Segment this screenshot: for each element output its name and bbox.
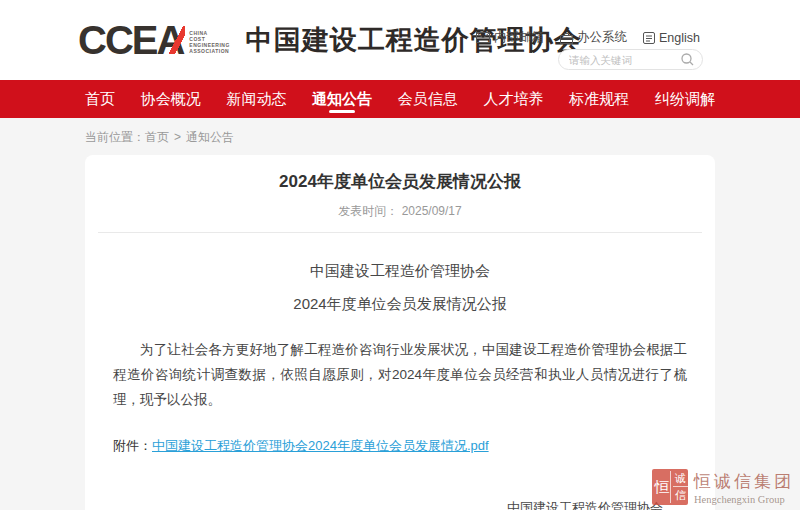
logo-subtext: CHINA COST ENGINEERING ASSOCIATION — [189, 30, 230, 54]
attachment-label: 附件： — [113, 438, 152, 453]
quick-link-label: English — [659, 31, 700, 45]
publish-time-value: 2025/09/17 — [402, 204, 462, 218]
signature-block: 中国建设工程造价管理协会 2025年9月17日 — [507, 495, 663, 510]
site-header: CCEA CHINA COST ENGINEERING ASSOCIATION … — [0, 0, 800, 80]
book-icon — [643, 32, 655, 44]
article-paragraph: 为了让社会各方更好地了解工程造价咨询行业发展状况，中国建设工程造价管理协会根据工… — [113, 337, 687, 412]
watermark-name-en: Hengchengxin Group — [694, 494, 794, 505]
quick-link-label: 内部邮箱 — [494, 29, 544, 46]
title-divider — [98, 232, 702, 233]
publish-time: 发表时间： 2025/09/17 — [85, 203, 715, 220]
document-heading-line2: 2024年度单位会员发展情况公报 — [113, 295, 687, 314]
article-card: 2024年度单位会员发展情况公报 发表时间： 2025/09/17 中国建设工程… — [85, 155, 715, 510]
nav-item-disputes[interactable]: 纠纷调解 — [655, 80, 715, 118]
seal-char: 恒 — [654, 471, 671, 503]
search-box — [558, 49, 703, 70]
nav-item-home[interactable]: 首页 — [85, 80, 115, 118]
watermark-text: 恒诚信集团 Hengchengxin Group — [694, 470, 794, 505]
nav-item-standards[interactable]: 标准规程 — [569, 80, 629, 118]
link-internal-mail[interactable]: 内部邮箱 — [476, 29, 544, 46]
seal-char: 诚 — [673, 471, 688, 487]
link-office-system[interactable]: 办公系统 — [560, 29, 627, 46]
logo-acronym-text: CCEA — [78, 18, 183, 62]
breadcrumb-prefix: 当前位置： — [85, 130, 145, 144]
nav-item-members[interactable]: 会员信息 — [398, 80, 458, 118]
site-watermark: 恒 诚 信 恒诚信集团 Hengchengxin Group — [652, 469, 794, 505]
breadcrumb-home-link[interactable]: 首页 — [145, 130, 169, 144]
header-quick-links: 内部邮箱 办公系统 English — [476, 29, 700, 46]
main-nav: 首页 协会概况 新闻动态 通知公告 会员信息 人才培养 标准规程 纠纷调解 — [0, 80, 800, 118]
link-english[interactable]: English — [643, 29, 700, 46]
breadcrumb-separator: > — [174, 130, 181, 144]
nav-item-about[interactable]: 协会概况 — [141, 80, 201, 118]
nav-item-notices[interactable]: 通知公告 — [312, 80, 372, 118]
article-body: 中国建设工程造价管理协会 2024年度单位会员发展情况公报 为了让社会各方更好地… — [85, 262, 715, 510]
signature-org: 中国建设工程造价管理协会 — [507, 495, 663, 510]
attachment-pdf-link[interactable]: 中国建设工程造价管理协会2024年度单位会员发展情况.pdf — [152, 438, 489, 453]
quick-link-label: 办公系统 — [577, 29, 627, 46]
search-input[interactable] — [569, 54, 681, 66]
attachment-row: 附件：中国建设工程造价管理协会2024年度单位会员发展情况.pdf — [113, 437, 687, 455]
logo-a-swoosh — [169, 26, 185, 54]
watermark-name: 恒诚信集团 — [694, 470, 794, 493]
hengchengxin-seal-icon: 恒 诚 信 — [652, 469, 688, 505]
publish-time-label: 发表时间： — [338, 204, 398, 218]
briefcase-icon — [560, 32, 573, 44]
document-heading-line1: 中国建设工程造价管理协会 — [113, 262, 687, 281]
breadcrumb-current-link[interactable]: 通知公告 — [186, 130, 234, 144]
mail-icon — [476, 32, 490, 43]
search-icon[interactable] — [681, 53, 694, 66]
logo-acronym: CCEA — [78, 20, 183, 60]
breadcrumb: 当前位置：首页>通知公告 — [85, 129, 715, 146]
article-title: 2024年度单位会员发展情况公报 — [85, 170, 715, 193]
logo-subtext-line: ASSOCIATION — [189, 48, 230, 54]
nav-item-news[interactable]: 新闻动态 — [226, 80, 286, 118]
seal-char: 信 — [673, 487, 688, 503]
nav-item-training[interactable]: 人才培养 — [484, 80, 544, 118]
